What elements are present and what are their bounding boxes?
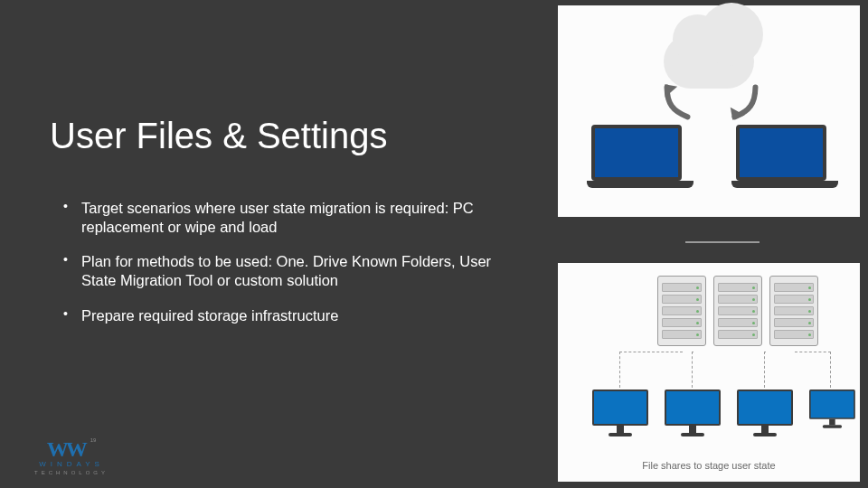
monitor-icon — [809, 389, 855, 428]
bullet-item: Target scenarios where user state migrat… — [63, 199, 506, 236]
brand-logo: WW 19 WINDAYS TECHNOLOGY — [34, 437, 108, 475]
bullet-list: Target scenarios where user state migrat… — [63, 199, 506, 341]
bullet-item: Plan for methods to be used: One. Drive … — [63, 252, 506, 289]
server-rack-icon — [713, 276, 762, 346]
logo-tm: 19 — [90, 437, 97, 443]
slide: User Files & Settings Target scenarios w… — [0, 0, 868, 488]
slide-title: User Files & Settings — [50, 116, 387, 156]
bullet-item: Prepare required storage infrastructure — [63, 306, 506, 325]
logo-mark-icon: WW — [47, 437, 85, 462]
illustration-storage-infra: File shares to stage user state — [558, 263, 860, 482]
server-rack-icon — [769, 276, 818, 346]
laptop-icon — [731, 125, 831, 188]
logo-brand-text: WINDAYS — [39, 460, 104, 468]
monitor-icon — [737, 389, 793, 436]
laptop-icon — [587, 125, 686, 188]
server-rack-icon — [657, 276, 706, 346]
panel-divider — [685, 241, 760, 243]
illustration-cloud-migration — [558, 5, 860, 217]
monitor-icon — [665, 389, 721, 436]
logo-sub-text: TECHNOLOGY — [34, 470, 108, 475]
illustration-caption: File shares to stage user state — [642, 460, 775, 471]
monitor-icon — [592, 389, 648, 436]
